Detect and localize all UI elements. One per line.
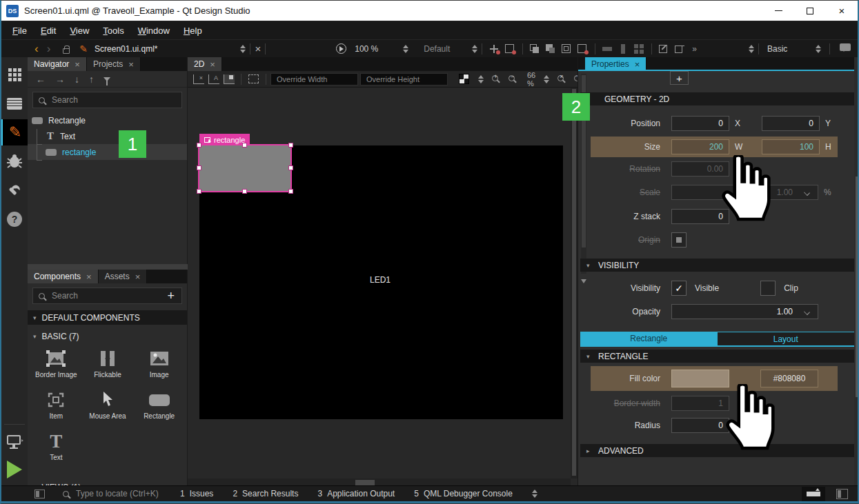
- output-pane-application-output[interactable]: 3Application Output: [317, 489, 395, 498]
- navigator-search[interactable]: [32, 92, 182, 108]
- resize-handle[interactable]: [197, 189, 201, 194]
- tab-navigator[interactable]: Navigator ×: [28, 57, 87, 71]
- component-text[interactable]: T Text: [30, 427, 82, 465]
- style-spinner[interactable]: [472, 45, 477, 53]
- section-rectangle[interactable]: ▾ RECTANGLE: [580, 350, 854, 363]
- override-width-input[interactable]: [275, 74, 353, 84]
- run-zoom-spinner[interactable]: [403, 45, 408, 53]
- properties-scrollbar[interactable]: [854, 57, 859, 487]
- selected-rectangle[interactable]: [199, 145, 290, 191]
- close-icon[interactable]: ×: [135, 272, 141, 282]
- move-anchor-icon[interactable]: [488, 43, 500, 54]
- close-document-button[interactable]: ×: [255, 43, 261, 54]
- resize-handle[interactable]: [242, 143, 247, 148]
- kit-spinner-right[interactable]: [816, 45, 821, 53]
- tab-properties[interactable]: Properties ×: [585, 57, 646, 71]
- position-y-field[interactable]: 0: [762, 116, 820, 131]
- override-height-input[interactable]: [365, 74, 443, 84]
- tree-item-rectangle-root[interactable]: Rectangle: [28, 112, 187, 128]
- anchor-size-icon[interactable]: A: [208, 74, 219, 84]
- menu-tools[interactable]: Tools: [96, 23, 130, 39]
- section-visibility[interactable]: ▾ VISIBILITY: [580, 259, 854, 272]
- mode-debug-button[interactable]: [1, 148, 28, 174]
- filter-icon[interactable]: [103, 77, 110, 81]
- size-width-field[interactable]: 200: [671, 139, 729, 154]
- hbar-layout-icon[interactable]: [602, 43, 613, 54]
- component-rectangle[interactable]: Rectangle: [133, 385, 185, 424]
- close-icon[interactable]: ×: [75, 59, 80, 70]
- subtab-layout[interactable]: Layout: [718, 332, 855, 345]
- component-border-image[interactable]: Border Image: [30, 344, 82, 383]
- close-icon[interactable]: ×: [210, 59, 215, 70]
- forward-button[interactable]: ›: [47, 43, 51, 54]
- override-width-field[interactable]: [270, 73, 358, 85]
- minimize-button[interactable]: [762, 1, 794, 21]
- zoom-selection-button[interactable]: ×: [556, 74, 569, 85]
- move-up-icon[interactable]: ↑: [89, 74, 94, 85]
- output-pane-issues[interactable]: 1Issues: [180, 489, 213, 498]
- menu-help[interactable]: Help: [177, 23, 209, 39]
- resize-handle[interactable]: [242, 189, 247, 194]
- close-button[interactable]: ×: [826, 1, 858, 21]
- mode-design-button[interactable]: ✎: [1, 119, 28, 145]
- add-state-button[interactable]: +: [670, 71, 689, 85]
- zoom-spinner[interactable]: [544, 75, 549, 83]
- document-selector-spinner[interactable]: [240, 45, 246, 53]
- background-spinner[interactable]: [478, 75, 484, 83]
- merge-template-icon[interactable]: [561, 43, 573, 54]
- close-icon[interactable]: ×: [128, 59, 134, 70]
- output-pane-qml-debugger[interactable]: 5QML Debugger Console: [414, 489, 513, 498]
- override-height-field[interactable]: [360, 73, 448, 85]
- toggle-right-sidebar-icon[interactable]: [836, 489, 848, 499]
- zoom-out-button[interactable]: −: [507, 74, 520, 85]
- chevron-down-icon[interactable]: [804, 190, 810, 196]
- tree-item-rectangle-selected[interactable]: rectangle: [28, 144, 187, 160]
- resize-handle[interactable]: [197, 165, 201, 170]
- style-selector[interactable]: Default: [424, 44, 450, 54]
- lock-icon[interactable]: [63, 48, 70, 54]
- mode-help-button[interactable]: ?: [1, 206, 28, 232]
- locator-input[interactable]: [75, 488, 164, 499]
- design-canvas[interactable]: LED1 rectangle: [188, 88, 571, 478]
- tab-assets[interactable]: Assets ×: [99, 270, 148, 283]
- clip-checkbox[interactable]: [760, 281, 776, 296]
- move-down-icon[interactable]: ↓: [75, 74, 79, 85]
- zoom-in-button[interactable]: +: [491, 74, 503, 85]
- section-basic[interactable]: ▾ BASIC (7): [28, 330, 187, 343]
- kit-selector[interactable]: Basic: [767, 44, 816, 54]
- chevron-down-icon[interactable]: [804, 309, 810, 315]
- resize-handle[interactable]: [288, 165, 293, 170]
- grid-layout-icon[interactable]: [633, 43, 645, 54]
- move-left-icon[interactable]: ←: [36, 74, 46, 85]
- goto-implementation-icon[interactable]: [674, 43, 686, 54]
- kit-selector-button[interactable]: [1, 429, 28, 455]
- close-icon[interactable]: ×: [86, 272, 92, 282]
- paste-formatting-icon[interactable]: [545, 43, 557, 54]
- subtab-rectangle[interactable]: Rectangle: [580, 332, 718, 345]
- menu-file[interactable]: File: [6, 23, 34, 39]
- annotation-edit-icon[interactable]: [658, 43, 670, 54]
- tab-components[interactable]: Components ×: [28, 270, 99, 283]
- selection-mode-icon[interactable]: [504, 43, 516, 54]
- visible-checkbox[interactable]: ✓: [671, 281, 687, 296]
- add-module-button[interactable]: +: [166, 289, 176, 303]
- locator[interactable]: [63, 488, 166, 499]
- move-right-icon[interactable]: →: [55, 74, 65, 85]
- open-document-name[interactable]: Screen01.ui.qml*: [95, 44, 157, 54]
- back-button[interactable]: ‹: [34, 43, 39, 54]
- close-icon[interactable]: ×: [635, 59, 640, 70]
- navigator-components-splitter[interactable]: [28, 264, 188, 270]
- run-button[interactable]: [7, 461, 22, 478]
- mode-welcome-button[interactable]: [1, 61, 28, 88]
- component-item[interactable]: Item: [30, 385, 82, 424]
- component-image[interactable]: Image: [133, 344, 185, 383]
- component-flickable[interactable]: Flickable: [82, 344, 134, 383]
- resize-handle[interactable]: [288, 143, 293, 148]
- toggle-left-sidebar-icon[interactable]: [34, 490, 45, 498]
- show-bounds-icon[interactable]: [248, 74, 259, 83]
- section-geometry-2d[interactable]: GEOMETRY - 2D: [580, 92, 854, 105]
- canvas-vertical-scrollbar[interactable]: [571, 88, 577, 478]
- mode-projects-button[interactable]: [1, 177, 28, 203]
- fixed-size-icon[interactable]: [224, 74, 235, 84]
- resize-handle[interactable]: [288, 189, 293, 194]
